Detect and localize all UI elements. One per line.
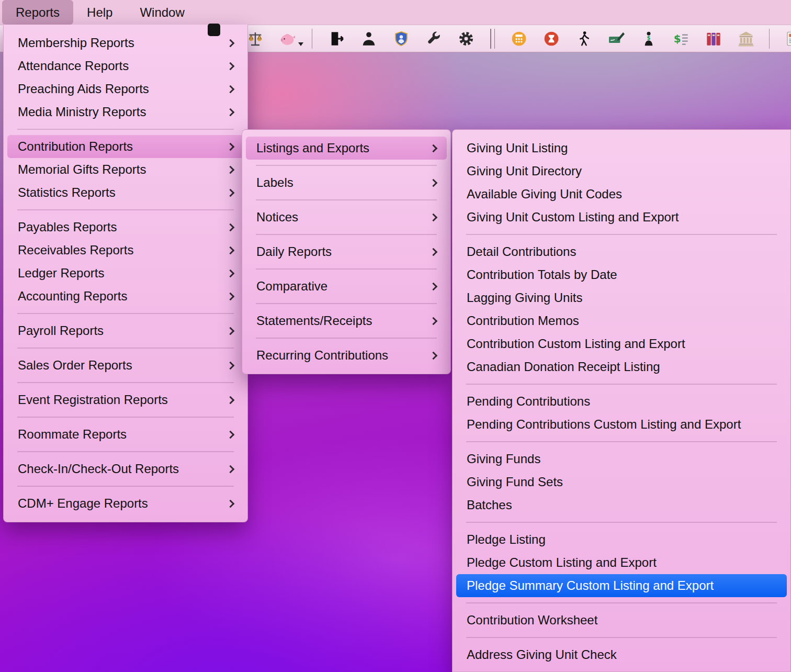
menu-item-label: Batches (467, 498, 778, 512)
menu-item-available-giving-unit-codes[interactable]: Available Giving Unit Codes (456, 183, 787, 206)
menu-item-listings-and-exports[interactable]: Listings and Exports (246, 137, 447, 160)
menu-separator (17, 451, 234, 452)
menu-item-statistics-reports[interactable]: Statistics Reports (7, 181, 244, 204)
piggy-bank-icon[interactable] (278, 29, 297, 48)
menu-item-label: Contribution Memos (467, 313, 778, 328)
menu-item-recurring-contributions[interactable]: Recurring Contributions (246, 344, 447, 367)
menu-item-label: Giving Fund Sets (467, 475, 778, 489)
menu-separator (256, 199, 437, 200)
menu-separator (466, 234, 777, 235)
submenu-chevron-icon (227, 62, 235, 70)
menu-item-roommate-reports[interactable]: Roommate Reports (7, 423, 244, 446)
menu-item-pledge-listing[interactable]: Pledge Listing (456, 528, 787, 551)
svg-text:$: $ (674, 32, 681, 44)
money-list-icon[interactable]: $ (672, 29, 691, 48)
menu-item-labels[interactable]: Labels (246, 171, 447, 194)
shield-icon[interactable] (392, 29, 411, 48)
menu-item-label: Pledge Custom Listing and Export (467, 555, 778, 570)
binders-icon[interactable] (704, 29, 723, 48)
submenu-chevron-icon (227, 142, 235, 151)
menu-separator (466, 441, 777, 442)
menu-item-accounting-reports[interactable]: Accounting Reports (7, 285, 244, 308)
menu-item-giving-unit-listing[interactable]: Giving Unit Listing (456, 137, 787, 160)
menu-separator (256, 303, 437, 304)
menu-item-detail-contributions[interactable]: Detail Contributions (456, 240, 787, 263)
wrench-icon[interactable] (424, 29, 443, 48)
menu-item-label: Statements/Receipts (256, 313, 426, 328)
menu-item-giving-fund-sets[interactable]: Giving Fund Sets (456, 471, 787, 494)
menu-item-notices[interactable]: Notices (246, 206, 447, 229)
menu-item-label: Comparative (256, 279, 426, 294)
walking-person-icon[interactable] (574, 29, 593, 48)
menubar-item-reports[interactable]: Reports (2, 0, 73, 25)
menu-item-contribution-memos[interactable]: Contribution Memos (456, 309, 787, 332)
menu-item-contribution-reports[interactable]: Contribution Reports (7, 135, 244, 158)
menu-separator (256, 268, 437, 270)
submenu-chevron-icon (430, 282, 438, 290)
hourglass-icon[interactable] (542, 29, 561, 48)
menu-item-address-giving-unit-check[interactable]: Address Giving Unit Check (456, 643, 787, 666)
menu-item-label: Membership Reports (18, 36, 223, 50)
menu-item-giving-unit-directory[interactable]: Giving Unit Directory (456, 160, 787, 183)
report-document-icon[interactable] (784, 29, 791, 48)
submenu-chevron-icon (227, 85, 235, 93)
menu-item-label: Pledge Listing (467, 532, 778, 547)
menu-item-label: Canadian Donation Receipt Listing (467, 360, 778, 374)
menu-item-pledge-custom-listing-and-export[interactable]: Pledge Custom Listing and Export (456, 551, 787, 574)
menu-item-memorial-gifts-reports[interactable]: Memorial Gifts Reports (7, 158, 244, 181)
menu-item-payables-reports[interactable]: Payables Reports (7, 216, 244, 239)
menu-item-contribution-worksheet[interactable]: Contribution Worksheet (456, 609, 787, 632)
menu-item-pending-contributions-custom-listing-and-export[interactable]: Pending Contributions Custom Listing and… (456, 413, 787, 436)
toolbar-separator (490, 29, 495, 49)
menu-item-pledge-summary-custom-listing-and-export[interactable]: Pledge Summary Custom Listing and Export (456, 574, 787, 597)
menu-item-daily-reports[interactable]: Daily Reports (246, 240, 447, 263)
scales-icon[interactable] (246, 29, 265, 48)
menu-item-lagging-giving-units[interactable]: Lagging Giving Units (456, 286, 787, 309)
bank-icon[interactable] (737, 29, 755, 48)
menu-item-label: Notices (256, 210, 426, 225)
menu-item-label: Lagging Giving Units (467, 290, 778, 305)
menu-item-receivables-reports[interactable]: Receivables Reports (7, 239, 244, 262)
menu-item-payroll-reports[interactable]: Payroll Reports (7, 319, 244, 342)
calculator-icon[interactable] (510, 29, 528, 48)
check-signature-icon[interactable] (607, 29, 626, 48)
person-icon[interactable] (359, 29, 378, 48)
menubar-item-help[interactable]: Help (73, 0, 126, 25)
menu-item-giving-unit-custom-listing-and-export[interactable]: Giving Unit Custom Listing and Export (456, 206, 787, 229)
submenu-chevron-icon (227, 246, 235, 254)
gear-icon[interactable] (457, 29, 476, 48)
menu-item-contribution-custom-listing-and-export[interactable]: Contribution Custom Listing and Export (456, 332, 787, 355)
menu-item-check-in-check-out-reports[interactable]: Check-In/Check-Out Reports (7, 457, 244, 480)
menu-item-sales-order-reports[interactable]: Sales Order Reports (7, 354, 244, 377)
menu-item-canadian-donation-receipt-listing[interactable]: Canadian Donation Receipt Listing (456, 355, 787, 378)
menu-item-statements-receipts[interactable]: Statements/Receipts (246, 309, 447, 332)
menu-bar: Reports Help Window (0, 0, 791, 25)
submenu-chevron-icon (227, 499, 235, 508)
menu-item-label: Pledge Summary Custom Listing and Export (467, 578, 778, 593)
submenu-chevron-icon (227, 39, 235, 47)
menubar-item-window[interactable]: Window (126, 0, 198, 25)
menu-item-giving-funds[interactable]: Giving Funds (456, 447, 787, 471)
exit-door-icon[interactable] (327, 29, 346, 48)
menu-item-label: Labels (256, 175, 426, 190)
menu-item-contribution-totals-by-date[interactable]: Contribution Totals by Date (456, 263, 787, 286)
payroll-person-icon[interactable]: $ (639, 29, 658, 48)
menu-separator (256, 234, 437, 235)
menu-item-media-ministry-reports[interactable]: Media Ministry Reports (7, 100, 244, 124)
submenu-chevron-icon (227, 465, 235, 473)
menu-item-comparative[interactable]: Comparative (246, 275, 447, 298)
menu-item-ledger-reports[interactable]: Ledger Reports (7, 262, 244, 285)
menu-item-label: Giving Funds (467, 452, 778, 466)
menu-item-preaching-aids-reports[interactable]: Preaching Aids Reports (7, 77, 244, 100)
menu-item-label: Contribution Reports (18, 139, 223, 154)
menu-item-attendance-reports[interactable]: Attendance Reports (7, 54, 244, 77)
menu-item-pending-contributions[interactable]: Pending Contributions (456, 390, 787, 413)
menu-item-batches[interactable]: Batches (456, 494, 787, 517)
menu-item-cdm-engage-reports[interactable]: CDM+ Engage Reports (7, 492, 244, 515)
menu-item-event-registration-reports[interactable]: Event Registration Reports (7, 388, 244, 411)
menu-item-label: Contribution Totals by Date (467, 267, 778, 282)
menu-item-label: Pending Contributions (467, 394, 778, 409)
menu-item-label: Detail Contributions (467, 244, 778, 259)
menubar-item-label: Window (140, 5, 184, 20)
submenu-chevron-icon (430, 248, 438, 256)
